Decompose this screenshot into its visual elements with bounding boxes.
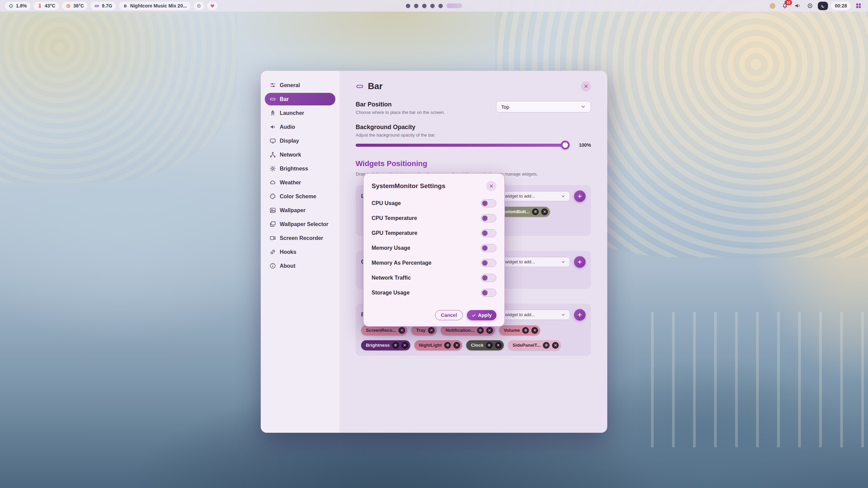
add-widget-button[interactable] xyxy=(574,256,586,268)
toggle-switch[interactable] xyxy=(481,259,496,267)
gear-icon[interactable] xyxy=(392,342,399,349)
gear-icon[interactable] xyxy=(486,342,493,349)
sidebar-item-brightness[interactable]: Brightness xyxy=(265,162,335,175)
remove-widget-icon[interactable] xyxy=(401,342,408,349)
widget-chip-tray[interactable]: Tray xyxy=(411,325,437,336)
gpu-icon xyxy=(66,3,71,8)
top-bar: 1.8% 43°C 38°C 9.7G Nightcore Music Mix … xyxy=(0,0,868,12)
sidebar-item-general[interactable]: General xyxy=(265,79,335,92)
sidebar-item-wallpaper[interactable]: Wallpaper xyxy=(265,204,335,217)
gear-icon[interactable] xyxy=(477,327,484,334)
add-widget-button[interactable] xyxy=(574,190,586,202)
workspace-dot[interactable] xyxy=(438,4,443,8)
sidebar-item-audio[interactable]: Audio xyxy=(265,121,335,133)
sidebar-item-weather[interactable]: Weather xyxy=(265,176,335,189)
sidebar-item-label: Weather xyxy=(280,180,301,186)
sidebar-item-label: Network xyxy=(280,152,301,158)
clock-widget[interactable]: 00:28 xyxy=(831,2,851,10)
sidebar-item-about[interactable]: About xyxy=(265,260,335,272)
opacity-slider-knob[interactable] xyxy=(561,141,570,149)
sidebar-item-color-scheme[interactable]: Color Scheme xyxy=(265,190,335,203)
sidebar-item-label: Hooks xyxy=(280,249,296,255)
toggle-row-cpu-usage: CPU Usage xyxy=(372,196,496,211)
workspace-dot[interactable] xyxy=(414,4,418,8)
bar-position-select[interactable]: Top xyxy=(496,101,591,113)
sidebar-item-network[interactable]: Network xyxy=(265,148,335,161)
night-light-button[interactable] xyxy=(818,2,828,10)
add-widget-button[interactable] xyxy=(574,309,586,321)
settings-header: Bar xyxy=(356,81,591,92)
pause-icon[interactable] xyxy=(123,3,128,8)
workspace-dot[interactable] xyxy=(430,4,435,8)
widget-chip-notification[interactable]: Notification... xyxy=(441,325,495,336)
sidebar-item-hooks[interactable]: Hooks xyxy=(265,246,335,258)
sidebar-item-bar[interactable]: Bar xyxy=(265,93,335,105)
widget-chip-volume[interactable]: Volume xyxy=(499,325,540,336)
widget-chip-brightness[interactable]: Brightness xyxy=(361,340,410,350)
cpu-temp-value: 43°C xyxy=(45,3,55,8)
sidebar-item-display[interactable]: Display xyxy=(265,135,335,147)
opacity-slider[interactable] xyxy=(356,144,569,147)
gpu-temp-value: 38°C xyxy=(73,3,84,8)
volume-button[interactable] xyxy=(793,2,802,10)
color-picker-button[interactable] xyxy=(768,2,777,10)
bar-section-icon xyxy=(356,82,364,90)
remove-widget-icon[interactable] xyxy=(398,327,405,334)
widget-chip-nightlight[interactable]: NightLight xyxy=(414,340,462,350)
workspace-dot[interactable] xyxy=(422,4,427,8)
widget-chip-screenreco[interactable]: ScreenReco... xyxy=(361,325,407,336)
plus-icon xyxy=(577,312,583,318)
toggle-label: Storage Usage xyxy=(372,290,410,296)
remove-widget-icon[interactable] xyxy=(486,327,493,334)
widget-chip-clock[interactable]: Clock xyxy=(466,340,504,350)
sidebar-item-wallpaper-selector[interactable]: Wallpaper Selector xyxy=(265,218,335,230)
widget-chip-label: SidePanelT... xyxy=(513,343,541,348)
toggle-switch[interactable] xyxy=(481,289,496,297)
workspaces xyxy=(406,0,462,12)
system-monitor-settings-modal: SystemMonitor Settings CPU Usage CPU Tem… xyxy=(363,173,505,327)
toggle-switch[interactable] xyxy=(481,244,496,252)
toggle-label: Network Traffic xyxy=(372,275,411,281)
close-icon xyxy=(584,84,589,89)
remove-widget-icon[interactable] xyxy=(453,342,460,349)
remove-widget-icon[interactable] xyxy=(428,327,435,334)
cpu-usage-widget[interactable]: 1.8% xyxy=(5,2,31,10)
sidebar-item-label: Launcher xyxy=(280,110,304,116)
sidebar-item-label: Display xyxy=(280,138,299,144)
chevron-down-icon xyxy=(561,260,566,264)
app-launcher-button[interactable] xyxy=(854,2,863,10)
screen-record-button[interactable] xyxy=(805,2,815,10)
workspace-active-pill[interactable] xyxy=(447,3,462,8)
close-window-button[interactable] xyxy=(581,81,591,92)
widget-chip-row: ScreenReco... Tray Notification... xyxy=(361,325,586,336)
remove-widget-icon[interactable] xyxy=(552,342,559,349)
gear-icon[interactable] xyxy=(444,342,451,349)
record-button[interactable] xyxy=(194,2,204,10)
palette-icon xyxy=(270,193,276,200)
gear-icon[interactable] xyxy=(532,208,539,215)
remove-widget-icon[interactable] xyxy=(495,342,502,349)
topbar-left-group: 1.8% 43°C 38°C 9.7G Nightcore Music Mix … xyxy=(5,2,218,10)
media-player-widget[interactable]: Nightcore Music Mix 20... xyxy=(119,2,191,10)
cpu-temp-widget[interactable]: 43°C xyxy=(34,2,59,10)
remove-widget-icon[interactable] xyxy=(541,208,548,215)
gear-icon[interactable] xyxy=(522,327,529,334)
remove-widget-icon[interactable] xyxy=(531,327,538,334)
apply-button[interactable]: Apply xyxy=(467,310,496,320)
gpu-temp-widget[interactable]: 38°C xyxy=(62,2,87,10)
toggle-switch[interactable] xyxy=(481,214,496,222)
workspace-dot[interactable] xyxy=(406,4,410,8)
gear-icon[interactable] xyxy=(543,342,550,349)
toggle-switch[interactable] xyxy=(481,274,496,282)
cancel-button[interactable]: Cancel xyxy=(435,310,463,320)
notifications-button[interactable]: 10 xyxy=(780,2,790,10)
check-icon xyxy=(472,313,476,318)
toggle-switch[interactable] xyxy=(481,229,496,237)
widget-chip-sidepanelt[interactable]: SidePanelT... xyxy=(508,340,561,350)
favorites-button[interactable] xyxy=(207,2,218,10)
toggle-switch[interactable] xyxy=(481,199,496,207)
modal-close-button[interactable] xyxy=(486,181,496,191)
sidebar-item-launcher[interactable]: Launcher xyxy=(265,107,335,119)
sidebar-item-screen-recorder[interactable]: Screen Recorder xyxy=(265,232,335,244)
ram-usage-widget[interactable]: 9.7G xyxy=(91,2,116,10)
